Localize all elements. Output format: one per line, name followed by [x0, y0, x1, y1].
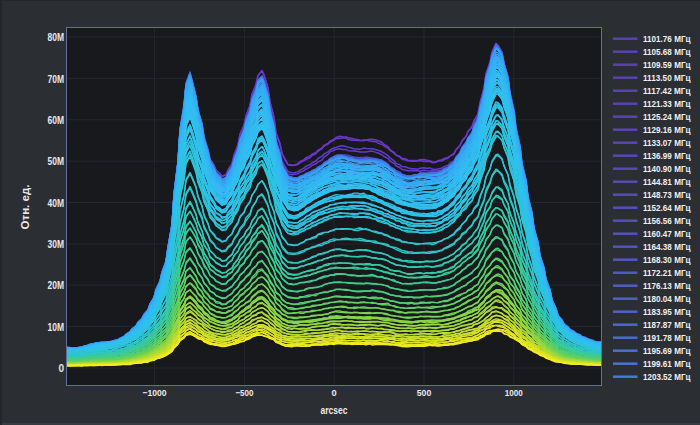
svg-text:80M: 80M: [48, 32, 65, 43]
svg-text:500: 500: [417, 388, 432, 398]
svg-text:1164.38 МГц: 1164.38 МГц: [643, 241, 691, 252]
svg-text:Отн. ед.: Отн. ед.: [19, 184, 31, 229]
svg-text:−500: −500: [235, 388, 253, 398]
svg-text:1180.04 МГц: 1180.04 МГц: [643, 293, 691, 304]
svg-text:1101.76 МГц: 1101.76 МГц: [643, 33, 691, 44]
svg-text:1121.33 МГц: 1121.33 МГц: [643, 98, 691, 109]
svg-text:0: 0: [332, 388, 337, 398]
svg-text:10M: 10M: [48, 322, 65, 333]
svg-text:1113.50 МГц: 1113.50 МГц: [643, 72, 691, 83]
svg-text:−1000: −1000: [143, 388, 167, 398]
svg-text:1152.64 МГц: 1152.64 МГц: [643, 202, 691, 213]
svg-text:1140.90 МГц: 1140.90 МГц: [643, 163, 691, 174]
svg-text:1195.69 МГц: 1195.69 МГц: [643, 345, 691, 356]
svg-text:1160.47 МГц: 1160.47 МГц: [643, 228, 691, 239]
svg-text:1183.95 МГц: 1183.95 МГц: [643, 306, 691, 317]
svg-text:1136.99 МГц: 1136.99 МГц: [643, 150, 691, 161]
svg-text:1109.59 МГц: 1109.59 МГц: [643, 59, 691, 70]
svg-text:1191.78 МГц: 1191.78 МГц: [643, 332, 691, 343]
svg-text:1105.68 МГц: 1105.68 МГц: [643, 46, 691, 57]
svg-text:1117.42 МГц: 1117.42 МГц: [643, 85, 691, 96]
svg-text:1199.61 МГц: 1199.61 МГц: [643, 358, 691, 369]
svg-text:1187.87 МГц: 1187.87 МГц: [643, 319, 691, 330]
svg-text:70M: 70M: [48, 74, 65, 85]
svg-text:1176.13 МГц: 1176.13 МГц: [643, 280, 691, 291]
svg-text:1133.07 МГц: 1133.07 МГц: [643, 137, 691, 148]
svg-text:1148.73 МГц: 1148.73 МГц: [643, 189, 691, 200]
svg-text:1125.24 МГц: 1125.24 МГц: [643, 111, 691, 122]
svg-text:20M: 20M: [48, 280, 65, 291]
svg-text:30M: 30M: [48, 239, 65, 250]
svg-text:50M: 50M: [48, 156, 65, 167]
svg-text:1144.81 МГц: 1144.81 МГц: [643, 176, 691, 187]
svg-text:1172.21 МГц: 1172.21 МГц: [643, 267, 691, 278]
svg-text:1000: 1000: [505, 388, 523, 398]
svg-text:1129.16 МГц: 1129.16 МГц: [643, 124, 691, 135]
svg-text:arcsec: arcsec: [321, 404, 348, 416]
svg-text:1168.30 МГц: 1168.30 МГц: [643, 254, 691, 265]
svg-text:0: 0: [58, 363, 64, 374]
svg-text:1156.56 МГц: 1156.56 МГц: [643, 215, 691, 226]
svg-text:40M: 40M: [48, 198, 65, 209]
svg-text:60M: 60M: [48, 115, 65, 126]
svg-text:1203.52 МГц: 1203.52 МГц: [643, 371, 691, 382]
